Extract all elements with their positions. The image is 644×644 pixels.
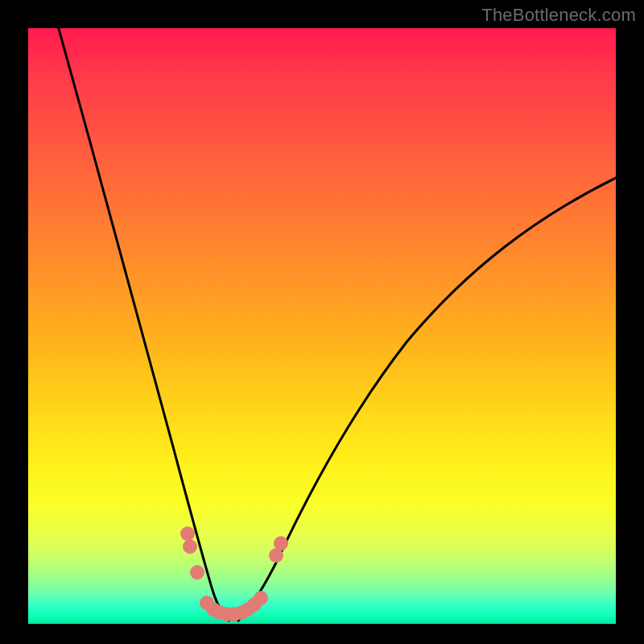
svg-point-11 [254,591,268,605]
bottom-dots [200,591,268,621]
svg-point-13 [274,536,288,551]
chart-frame: TheBottleneck.com [0,0,644,644]
svg-point-2 [190,565,204,580]
svg-point-0 [180,526,195,541]
right-dots [269,536,288,563]
gradient-plot-area [28,28,616,624]
right-curve [237,177,616,621]
left-curve [56,28,229,621]
watermark-text: TheBottleneck.com [481,5,636,26]
svg-point-1 [183,539,197,554]
curve-overlay [28,28,616,624]
